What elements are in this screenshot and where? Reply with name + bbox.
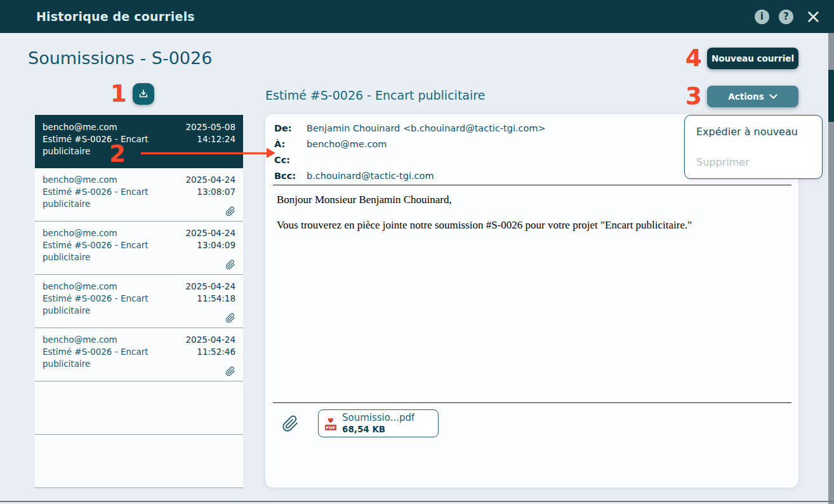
annotation-number-4: 4 [685, 46, 702, 70]
header-body-separator [273, 185, 791, 185]
actions-dropdown-menu: Expédier à nouveau Supprimer [684, 115, 823, 179]
menu-item-resend[interactable]: Expédier à nouveau [696, 126, 811, 138]
pdf-swoosh: ᴪ [328, 416, 333, 424]
header-label: À: [274, 139, 307, 149]
list-item-date: 2025-05-08 [186, 121, 235, 133]
attachment-filename: Soumissio...pdf [342, 412, 414, 424]
actions-label: Actions [728, 91, 764, 102]
window-titlebar: Historique de courriels i ? × [0, 0, 834, 33]
pdf-file-icon: ᴪ PDF [325, 416, 336, 430]
email-body-line: Vous trouverez en pièce jointe notre sou… [277, 218, 786, 232]
annotation-number-3: 3 [685, 84, 702, 108]
header-label: Cc: [274, 155, 307, 165]
annotation-arrow-head [267, 148, 275, 158]
body-attachment-separator [273, 402, 791, 403]
email-list-empty-row [35, 435, 243, 488]
email-history-list: bencho@me.com2025-05-08 Estimé #S-0026 -… [35, 115, 243, 488]
list-item-from: bencho@me.com [43, 227, 117, 239]
vertical-scrollbar[interactable] [828, 33, 834, 504]
attachment-chip[interactable]: ᴪ PDF Soumissio...pdf 68,54 KB [318, 409, 439, 437]
list-item-subject: Estimé #S-0026 - Encart publicitaire [43, 346, 197, 370]
email-list-item[interactable]: bencho@me.com2025-05-08 Estimé #S-0026 -… [35, 115, 243, 168]
annotation-arrow [141, 152, 268, 154]
new-email-label: Nouveau courriel [712, 53, 794, 63]
header-value: b.chouinard@tactic-tgi.com [307, 171, 434, 181]
list-item-from: bencho@me.com [43, 334, 117, 346]
paperclip-icon [225, 260, 235, 270]
list-item-from: bencho@me.com [43, 281, 117, 293]
email-list-item[interactable]: bencho@me.com2025-04-24 Estimé #S-0026 -… [35, 275, 243, 328]
email-body: Bonjour Monsieur Benjamin Chouinard, Vou… [277, 193, 786, 244]
download-icon [138, 88, 149, 100]
paperclip-icon [225, 366, 235, 376]
email-body-line: Bonjour Monsieur Benjamin Chouinard, [277, 193, 786, 206]
info-icon[interactable]: i [755, 10, 769, 24]
scrollbar-thumb[interactable] [828, 70, 834, 122]
list-item-subject: Estimé #S-0026 - Encart publicitaire [43, 239, 197, 263]
actions-button[interactable]: Actions [707, 86, 798, 107]
download-history-button[interactable] [133, 83, 154, 105]
email-subject-title: Estimé #S-0026 - Encart publicitaire [265, 88, 485, 102]
list-item-date: 2025-04-24 [186, 174, 235, 186]
header-label: Bcc: [274, 171, 307, 181]
paperclip-icon [225, 206, 235, 216]
email-list-item[interactable]: bencho@me.com2025-04-24 Estimé #S-0026 -… [35, 222, 243, 275]
list-item-date: 2025-04-24 [186, 334, 235, 346]
list-item-date: 2025-04-24 [186, 281, 235, 293]
header-value: bencho@me.com [307, 139, 387, 149]
annotation-number-2: 2 [109, 142, 126, 166]
email-list-empty-row [35, 381, 243, 435]
pdf-label: PDF [325, 425, 336, 430]
email-list-item[interactable]: bencho@me.com2025-04-24 Estimé #S-0026 -… [35, 168, 243, 222]
new-email-button[interactable]: Nouveau courriel [707, 48, 798, 69]
page-title: Soumissions - S-0026 [28, 48, 212, 68]
close-icon[interactable]: × [803, 7, 824, 26]
list-item-subject: Estimé #S-0026 - Encart publicitaire [43, 293, 197, 317]
header-label: De: [274, 123, 307, 133]
help-icon[interactable]: ? [779, 10, 793, 24]
header-value: Benjamin Chouinard <b.chouinard@tactic-t… [307, 123, 546, 133]
list-item-from: bencho@me.com [43, 174, 117, 186]
window-bottom-edge [0, 501, 834, 502]
menu-item-delete[interactable]: Supprimer [696, 156, 811, 168]
paperclip-icon [225, 313, 235, 323]
list-item-subject: Estimé #S-0026 - Encart publicitaire [43, 186, 197, 210]
chevron-down-icon [769, 94, 778, 100]
attachment-size: 68,54 KB [342, 424, 414, 435]
list-item-from: bencho@me.com [43, 121, 117, 133]
email-list-item[interactable]: bencho@me.com2025-04-24 Estimé #S-0026 -… [35, 328, 243, 381]
window-title: Historique de courriels [36, 10, 195, 23]
list-item-date: 2025-04-24 [186, 227, 235, 239]
attachment-row: ᴪ PDF Soumissio...pdf 68,54 KB [282, 409, 439, 437]
paperclip-icon [282, 415, 299, 432]
annotation-number-1: 1 [110, 82, 127, 105]
